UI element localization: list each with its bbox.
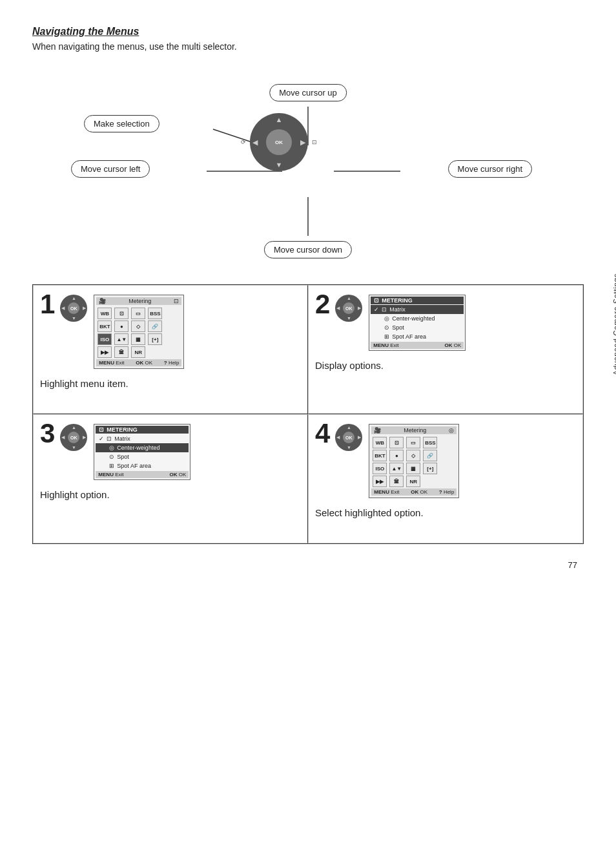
callout-move-down: Move cursor down xyxy=(264,241,352,258)
step-3-screen: ⊡ METERING ✓⊡Matrix ◎Center-weighted ⊙Sp… xyxy=(94,424,190,480)
callout-make-selection: Make selection xyxy=(84,115,159,132)
step-4-number: 4 xyxy=(315,420,330,447)
sidebar-label: Advanced Camera Settings xyxy=(612,273,616,375)
page-number: 77 xyxy=(568,560,577,570)
step-1-label: Highlight menu item. xyxy=(40,375,301,389)
step-4-cell: 4 ▲ ▼ ◀ ▶ OK 🎥 xyxy=(308,414,583,543)
step-1-number: 1 xyxy=(40,291,55,318)
step-1-selector: ▲ ▼ ◀ ▶ OK xyxy=(60,295,87,322)
step-4-label: Select highlighted option. xyxy=(315,505,576,518)
callout-move-up: Move cursor up xyxy=(269,84,347,101)
section-title: Navigating the Menus xyxy=(32,26,584,37)
callout-move-right: Move cursor right xyxy=(448,160,532,178)
step-3-label: Highlight option. xyxy=(40,487,301,500)
callout-move-left: Move cursor left xyxy=(71,160,150,178)
step-2-cell: 2 ▲ ▼ ◀ ▶ OK ⊡ xyxy=(308,285,583,414)
step-2-selector: ▲ ▼ ◀ ▶ OK xyxy=(335,295,362,322)
step-2-screen: ⊡ METERING ✓⊡Matrix ◎Center-weighted ⊙Sp… xyxy=(369,295,466,351)
step-1-screen: 🎥 Metering ⊡ WB ⊡ ▭ BSS BKT ● ◇ � xyxy=(94,295,184,369)
step-4-screen: 🎥 Metering ◎ WB ⊡ ▭ BSS BKT ● ◇ � xyxy=(369,424,459,498)
diagram-area: Move cursor up Make selection Move curso… xyxy=(32,71,584,271)
step-1-cell: 1 ▲ ▼ ◀ ▶ OK xyxy=(33,285,308,414)
step-3-number: 3 xyxy=(40,420,55,447)
multi-selector: ▲ ▼ ◀ ▶ OK ⟳ ⊡ xyxy=(250,113,308,171)
step-3-cell: 3 ▲ ▼ ◀ ▶ OK ⊡ xyxy=(33,414,308,543)
intro-text: When navigating the menus, use the multi… xyxy=(32,41,584,52)
steps-grid: 1 ▲ ▼ ◀ ▶ OK xyxy=(32,284,584,544)
step-2-number: 2 xyxy=(315,291,330,318)
step-4-selector: ▲ ▼ ◀ ▶ OK xyxy=(335,424,362,451)
step-3-selector: ▲ ▼ ◀ ▶ OK xyxy=(60,424,87,451)
step-2-label: Display options. xyxy=(315,357,576,371)
